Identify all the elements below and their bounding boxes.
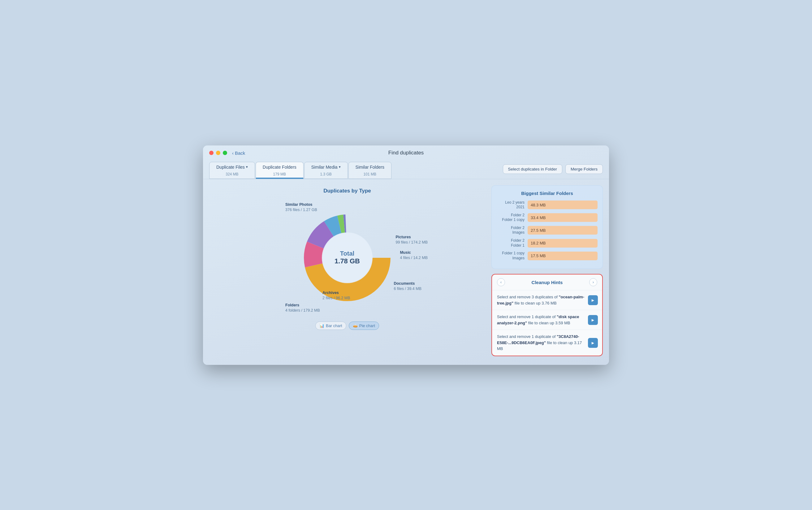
window-title: Find duplicates — [388, 150, 424, 156]
title-bar: ‹ Back Find duplicates — [203, 145, 609, 159]
hint-action-button-2[interactable]: ► — [588, 338, 598, 348]
bar-chart-label: Bar chart — [326, 323, 342, 328]
tab-similar-media-size: 1.3 GB — [320, 171, 331, 178]
back-button[interactable]: ‹ Back — [232, 150, 245, 155]
folder-bar-row-3: Folder 2Folder 1 18.2 MB — [497, 238, 598, 248]
folder-bar-2: 27.5 MB — [528, 226, 598, 234]
folder-label-1: Folder 2Folder 1 copy — [497, 213, 524, 223]
folder-bar-1: 33.4 MB — [528, 213, 598, 222]
hint-row-0: Select and remove 3 duplicates of "ocean… — [492, 290, 602, 310]
dropdown-icon: ▾ — [339, 165, 341, 169]
donut-center: Total 1.78 GB — [335, 250, 360, 265]
pie-chart-button[interactable]: 🥧 Pie chart — [349, 321, 379, 330]
hint-row-1: Select and remove 1 duplicate of "disk s… — [492, 310, 602, 330]
tab-duplicate-folders-size: 179 MB — [273, 171, 286, 178]
action-buttons: Select duplicates in Folder Merge Folder… — [503, 164, 603, 176]
folder-bar-3: 18.2 MB — [528, 239, 598, 248]
merge-folders-button[interactable]: Merge Folders — [566, 164, 603, 174]
folder-label-3: Folder 2Folder 1 — [497, 238, 524, 248]
hint-action-button-0[interactable]: ► — [588, 295, 598, 305]
biggest-folders-card: Biggest Similar Folders Leo 2 years2021 … — [491, 186, 603, 269]
main-content: Duplicates by Type — [203, 179, 609, 365]
cleanup-hints-title: Cleanup Hints — [505, 280, 589, 285]
folder-value-1: 33.4 MB — [531, 216, 546, 220]
main-window: ‹ Back Find duplicates Duplicate Files ▾… — [203, 145, 609, 365]
folder-bar-4: 17.5 MB — [528, 252, 598, 260]
folder-bar-row-0: Leo 2 years2021 48.3 MB — [497, 200, 598, 210]
close-button[interactable] — [209, 151, 213, 155]
folder-label-4: Folder 1 copyImages — [497, 251, 524, 261]
chart-title: Duplicates by Type — [323, 188, 371, 194]
tab-duplicate-files[interactable]: Duplicate Files ▾ 324 MB — [209, 162, 255, 179]
hint-text-0: Select and remove 3 duplicates of "ocean… — [497, 294, 585, 306]
right-panel: Biggest Similar Folders Leo 2 years2021 … — [491, 186, 603, 359]
pie-chart-label: Pie chart — [359, 323, 375, 328]
folder-bar-row-2: Folder 2Images 27.5 MB — [497, 226, 598, 235]
dropdown-icon: ▾ — [246, 165, 248, 169]
minimize-button[interactable] — [216, 151, 220, 155]
cleanup-hints-header: ‹ Cleanup Hints › — [492, 275, 602, 290]
biggest-folders-title: Biggest Similar Folders — [497, 191, 598, 196]
bar-chart-button[interactable]: 📊 Bar chart — [315, 321, 346, 330]
label-pictures: Pictures 99 files / 174.2 MB — [396, 234, 428, 246]
tab-similar-folders-size: 101 MB — [364, 171, 376, 178]
cleanup-hints-card: ‹ Cleanup Hints › Select and remove 3 du… — [491, 274, 603, 356]
folder-bar-0: 48.3 MB — [528, 201, 598, 209]
folder-value-0: 48.3 MB — [531, 203, 546, 207]
folder-bar-row-1: Folder 2Folder 1 copy 33.4 MB — [497, 213, 598, 223]
donut-total-value: 1.78 GB — [335, 257, 360, 265]
folder-bar-row-4: Folder 1 copyImages 17.5 MB — [497, 251, 598, 261]
label-folders: Folders 4 folders / 179.2 MB — [285, 303, 320, 313]
cleanup-prev-button[interactable]: ‹ — [497, 278, 505, 286]
tab-similar-folders[interactable]: Similar Folders 101 MB — [348, 162, 392, 179]
folder-value-4: 17.5 MB — [531, 253, 546, 258]
label-archives: Archives 2 files / 96.2 MB — [322, 290, 350, 301]
pie-chart-icon: 🥧 — [353, 323, 358, 328]
left-panel: Duplicates by Type — [209, 186, 485, 359]
chart-area: Total 1.78 GB Similar Photos 376 files /… — [282, 199, 412, 317]
tab-similar-media[interactable]: Similar Media ▾ 1.3 GB — [304, 162, 348, 179]
chart-toggle: 📊 Bar chart 🥧 Pie chart — [315, 321, 379, 330]
tab-duplicate-files-size: 324 MB — [226, 171, 238, 178]
cleanup-next-button[interactable]: › — [589, 278, 597, 286]
tab-similar-media-label: Similar Media — [311, 165, 338, 170]
hint-text-1: Select and remove 1 duplicate of "disk s… — [497, 314, 585, 326]
toolbar: Duplicate Files ▾ 324 MB Duplicate Folde… — [203, 159, 609, 179]
hint-text-2: Select and remove 1 duplicate of "3C8A27… — [497, 334, 585, 352]
back-label: Back — [235, 150, 245, 155]
donut-total-label: Total — [335, 250, 360, 257]
label-documents: Documents 6 files / 39.4 MB — [394, 281, 422, 292]
chevron-left-icon: ‹ — [232, 150, 234, 155]
hint-row-2: Select and remove 1 duplicate of "3C8A27… — [492, 330, 602, 356]
tab-duplicate-folders-label: Duplicate Folders — [263, 165, 296, 170]
tab-group: Duplicate Files ▾ 324 MB Duplicate Folde… — [209, 162, 503, 179]
folder-value-2: 27.5 MB — [531, 228, 546, 233]
tab-duplicate-folders[interactable]: Duplicate Folders 179 MB — [256, 162, 303, 179]
folder-label-2: Folder 2Images — [497, 226, 524, 235]
select-duplicates-button[interactable]: Select duplicates in Folder — [503, 164, 562, 174]
traffic-lights — [209, 151, 227, 155]
bar-chart-icon: 📊 — [319, 323, 324, 328]
folder-value-3: 18.2 MB — [531, 241, 546, 246]
tab-duplicate-files-label: Duplicate Files — [216, 165, 245, 170]
tab-similar-folders-label: Similar Folders — [355, 165, 384, 170]
label-music: Music 4 files / 14.2 MB — [400, 250, 428, 261]
fullscreen-button[interactable] — [223, 151, 227, 155]
label-similar-photos: Similar Photos 376 files / 1.27 GB — [285, 202, 317, 213]
folder-label-0: Leo 2 years2021 — [497, 200, 524, 210]
hint-action-button-1[interactable]: ► — [588, 315, 598, 325]
